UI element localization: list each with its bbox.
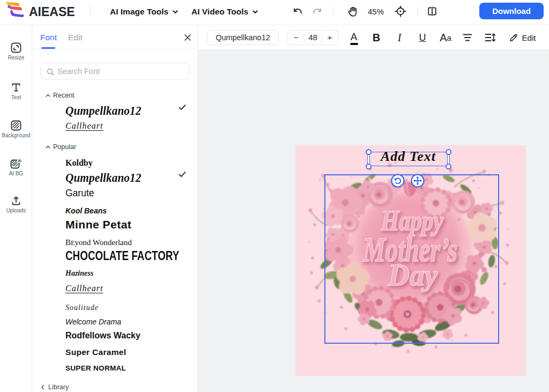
svg-text:AI: AI [18,159,21,162]
